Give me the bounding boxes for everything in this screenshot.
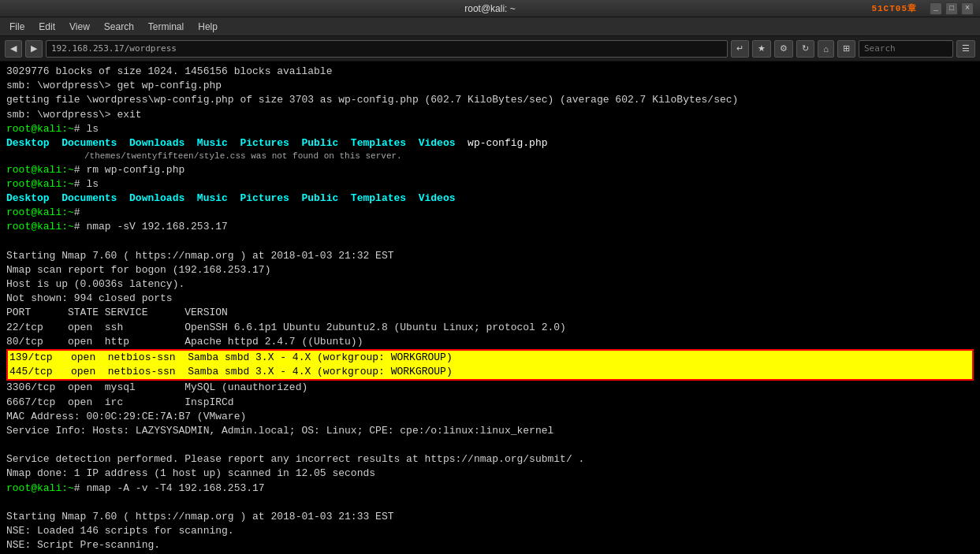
terminal-line: 3306/tcp open mysql MySQL (unauthorized) (6, 381, 974, 395)
terminal-line: getting file \wordpress\wp-config.php of… (6, 93, 974, 107)
bookmark-button[interactable]: ★ (752, 40, 771, 58)
minimize-button[interactable]: _ (930, 2, 942, 15)
terminal-line: Nmap done: 1 IP address (1 host up) scan… (6, 467, 974, 481)
title-bar: root@kali: ~ _ □ × 51CT05章 (0, 0, 980, 17)
terminal-line: MAC Address: 00:0C:29:CE:7A:B7 (VMware) (6, 410, 974, 424)
maximize-button[interactable]: □ (945, 2, 958, 15)
settings-button[interactable]: ⚙ (774, 40, 793, 58)
terminal-line: root@kali:~# rm wp-config.php (6, 163, 974, 177)
terminal-line: Not shown: 994 closed ports (6, 292, 974, 306)
terminal-line: Host is up (0.0036s latency). (6, 277, 974, 292)
terminal-line: PORT STATE SERVICE VERSION (6, 306, 974, 320)
terminal-line: 3029776 blocks of size 1024. 1456156 blo… (6, 65, 974, 79)
highlighted-line-445: 445/tcp open netbios-ssn Samba smbd 3.X … (6, 365, 974, 381)
terminal-line: Service Info: Hosts: LAZYSYSADMIN, Admin… (6, 424, 974, 438)
forward-button[interactable]: ▶ (25, 40, 43, 58)
menu-edit[interactable]: Edit (32, 20, 61, 34)
terminal-line: root@kali:~# nmap -A -v -T4 192.168.253.… (6, 481, 974, 496)
terminal-line: NSE: Script Pre-scanning. (6, 538, 974, 552)
home-button[interactable]: ⌂ (818, 40, 834, 58)
back-button[interactable]: ◀ (5, 40, 22, 58)
go-button[interactable]: ↵ (731, 40, 749, 58)
logo: 51CT05章 (871, 2, 917, 14)
network-button[interactable]: ⊞ (837, 40, 855, 58)
terminal-line: root@kali:~# ls (6, 177, 974, 191)
menu-button[interactable]: ☰ (956, 40, 975, 58)
menu-view[interactable]: View (63, 20, 96, 34)
terminal-line: root@kali:~# (6, 206, 974, 220)
terminal-line: smb: \wordpress\> exit (6, 108, 974, 122)
terminal-dirs-line: Desktop Documents Downloads Music Pictur… (6, 136, 974, 151)
address-bar[interactable] (46, 40, 728, 58)
terminal-blank (6, 438, 974, 452)
close-button[interactable]: × (961, 2, 974, 15)
menu-terminal[interactable]: Terminal (142, 20, 190, 34)
menu-bar: File Edit View Search Terminal Help (0, 17, 980, 36)
terminal-window[interactable]: 3029776 blocks of size 1024. 1456156 blo… (0, 61, 980, 554)
terminal-line: smb: \wordpress\> get wp-config.php (6, 79, 974, 93)
terminal-blank (6, 234, 974, 248)
terminal-line: Starting Nmap 7.60 ( https://nmap.org ) … (6, 510, 974, 524)
terminal-line: Service detection performed. Please repo… (6, 452, 974, 467)
menu-file[interactable]: File (3, 20, 31, 34)
toolbar: ◀ ▶ ↵ ★ ⚙ ↻ ⌂ ⊞ ☰ (0, 36, 980, 61)
window-title: root@kali: ~ (464, 3, 516, 14)
window-controls[interactable]: _ □ × (930, 2, 974, 15)
terminal-line: Nmap scan report for bogon (192.168.253.… (6, 263, 974, 277)
terminal-line: NSE: Loaded 146 scripts for scanning. (6, 524, 974, 538)
refresh-button[interactable]: ↻ (796, 40, 814, 58)
search-input[interactable] (859, 40, 953, 58)
highlighted-line-139: 139/tcp open netbios-ssn Samba smbd 3.X … (6, 349, 974, 365)
terminal-dirs-line2: Desktop Documents Downloads Music Pictur… (6, 191, 974, 206)
menu-help[interactable]: Help (192, 20, 224, 34)
terminal-line: 80/tcp open http Apache httpd 2.4.7 ((Ub… (6, 335, 974, 349)
terminal-line: 22/tcp open ssh OpenSSH 6.6.1p1 Ubuntu 2… (6, 321, 974, 335)
terminal-line: 6667/tcp open irc InspIRCd (6, 396, 974, 410)
terminal-line: /themes/twentyfifteen/style.css was not … (6, 151, 974, 162)
terminal-line: root@kali:~# ls (6, 122, 974, 136)
terminal-blank (6, 496, 974, 510)
terminal-line: Starting Nmap 7.60 ( https://nmap.org ) … (6, 249, 974, 263)
menu-search[interactable]: Search (98, 20, 140, 34)
terminal-line: root@kali:~# nmap -sV 192.168.253.17 (6, 220, 974, 234)
